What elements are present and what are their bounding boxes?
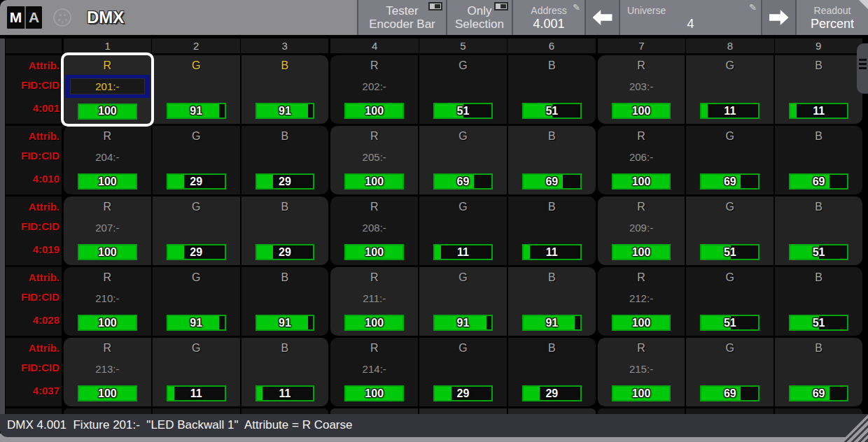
- channel-value-bar[interactable]: 69: [700, 173, 760, 190]
- dmx-channel-cell[interactable]: R204:-100: [64, 126, 151, 194]
- dmx-channel-cell[interactable]: R: [598, 408, 685, 414]
- dmx-channel-cell[interactable]: G11: [151, 338, 240, 406]
- channel-value-bar[interactable]: 91: [167, 315, 226, 331]
- dmx-channel-cell[interactable]: R212:-100: [598, 267, 685, 336]
- channel-value-bar[interactable]: 11: [433, 244, 493, 260]
- dmx-channel-cell[interactable]: B: [507, 408, 596, 414]
- channel-value-bar[interactable]: 100: [78, 173, 137, 190]
- channel-value-bar[interactable]: 69: [789, 173, 848, 190]
- channel-value-bar[interactable]: 69: [433, 173, 493, 190]
- channel-value-bar[interactable]: 100: [78, 315, 137, 331]
- channel-value-bar[interactable]: 11: [700, 103, 760, 119]
- channel-value-bar[interactable]: 100: [344, 103, 404, 119]
- address-field[interactable]: ✎ Address 4.001: [512, 0, 584, 35]
- window-title-area[interactable]: M A DMX: [0, 0, 357, 35]
- channel-value-bar[interactable]: 29: [167, 173, 226, 190]
- dmx-channel-cell[interactable]: B11: [507, 197, 596, 265]
- channel-value-bar[interactable]: 51: [789, 315, 848, 331]
- dmx-channel-cell[interactable]: B: [240, 408, 329, 414]
- channel-value-bar[interactable]: 100: [78, 385, 137, 401]
- dmx-channel-cell[interactable]: R202:-100: [330, 55, 418, 124]
- channel-value-bar[interactable]: 100: [612, 315, 671, 331]
- scroll-grip-icon[interactable]: [857, 43, 868, 94]
- dmx-channel-cell[interactable]: B91: [240, 267, 329, 336]
- dmx-channel-cell[interactable]: B11: [240, 338, 329, 406]
- channel-value-bar[interactable]: 29: [433, 385, 493, 401]
- channel-value-bar[interactable]: 51: [433, 103, 493, 119]
- channel-value-bar[interactable]: 51: [789, 244, 848, 260]
- dmx-channel-cell[interactable]: R215:-100: [598, 338, 685, 406]
- dmx-channel-cell[interactable]: G29: [151, 197, 240, 265]
- dmx-channel-cell[interactable]: R210:-100: [64, 267, 151, 336]
- dmx-channel-cell[interactable]: G29: [151, 126, 240, 194]
- dmx-channel-cell[interactable]: R214:-100: [330, 338, 418, 406]
- channel-value-bar[interactable]: 100: [78, 244, 137, 260]
- channel-value-bar[interactable]: 11: [255, 385, 315, 401]
- dmx-channel-cell[interactable]: G91: [151, 55, 240, 124]
- channel-value-bar[interactable]: 51: [700, 315, 760, 331]
- dmx-channel-cell[interactable]: B11: [774, 55, 862, 124]
- channel-value-bar[interactable]: 100: [344, 315, 404, 331]
- next-universe-button[interactable]: [761, 0, 795, 35]
- dmx-channel-cell[interactable]: B51: [774, 267, 862, 336]
- channel-value-bar[interactable]: 11: [167, 385, 226, 401]
- channel-value-bar[interactable]: 51: [700, 244, 760, 260]
- channel-value-bar[interactable]: 69: [522, 173, 582, 190]
- readout-selector[interactable]: Readout Percent: [795, 0, 868, 35]
- dmx-channel-cell[interactable]: G29: [418, 338, 507, 406]
- dmx-channel-cell[interactable]: B: [774, 408, 862, 414]
- dmx-channel-cell[interactable]: R208:-100: [330, 197, 418, 265]
- channel-value-bar[interactable]: 91: [433, 315, 493, 331]
- channel-value-bar[interactable]: 100: [612, 385, 671, 401]
- dmx-channel-cell[interactable]: R203:-100: [598, 55, 685, 124]
- dmx-channel-cell[interactable]: G: [151, 408, 240, 414]
- channel-value-bar[interactable]: 100: [344, 244, 404, 260]
- dmx-channel-cell[interactable]: G11: [418, 197, 507, 265]
- dmx-channel-cell[interactable]: R205:-100: [330, 126, 418, 194]
- channel-value-bar[interactable]: 91: [167, 103, 226, 119]
- only-selection-button[interactable]: Only Selection: [446, 0, 512, 35]
- dmx-channel-cell[interactable]: B69: [774, 126, 862, 194]
- dmx-channel-cell[interactable]: R209:-100: [598, 197, 685, 265]
- channel-value-bar[interactable]: 11: [522, 244, 582, 260]
- dmx-channel-cell[interactable]: G91: [151, 267, 240, 336]
- channel-value-bar[interactable]: 69: [700, 385, 760, 401]
- dmx-channel-cell[interactable]: B51: [774, 197, 862, 265]
- channel-value-bar[interactable]: 69: [789, 385, 848, 401]
- dmx-channel-cell[interactable]: G11: [685, 55, 774, 124]
- channel-value-bar[interactable]: 11: [789, 103, 848, 119]
- channel-value-bar[interactable]: 51: [522, 103, 582, 119]
- dmx-channel-cell[interactable]: R206:-100: [598, 126, 685, 194]
- channel-value-bar[interactable]: 29: [255, 244, 315, 260]
- dmx-channel-cell[interactable]: G: [418, 408, 507, 414]
- dmx-channel-cell[interactable]: B29: [507, 338, 596, 406]
- dmx-channel-cell[interactable]: B69: [507, 126, 596, 194]
- tester-encoder-bar-button[interactable]: Tester Encoder Bar: [357, 0, 446, 35]
- dmx-channel-cell[interactable]: G91: [418, 267, 507, 336]
- fid-cid-value-selected[interactable]: 201:-: [65, 75, 150, 98]
- dmx-channel-cell[interactable]: R201:-100: [64, 55, 151, 124]
- channel-value-bar[interactable]: 100: [612, 244, 671, 260]
- channel-value-bar[interactable]: 100: [612, 173, 671, 190]
- channel-value-bar[interactable]: 100: [344, 173, 404, 190]
- dmx-channel-cell[interactable]: G51: [685, 267, 774, 336]
- dmx-channel-cell[interactable]: R: [330, 408, 418, 414]
- dmx-channel-cell[interactable]: B29: [240, 197, 329, 265]
- dmx-channel-cell[interactable]: G51: [418, 55, 507, 124]
- channel-value-bar[interactable]: 91: [255, 315, 315, 331]
- dmx-channel-cell[interactable]: G51: [685, 197, 774, 265]
- previous-universe-button[interactable]: [584, 0, 619, 35]
- dmx-channel-cell[interactable]: G69: [685, 338, 774, 406]
- channel-value-bar[interactable]: 91: [522, 315, 582, 331]
- dmx-channel-cell[interactable]: G69: [685, 126, 774, 194]
- dmx-channel-cell[interactable]: B69: [774, 338, 862, 406]
- dmx-channel-cell[interactable]: B91: [240, 55, 329, 124]
- dmx-channel-cell[interactable]: R207:-100: [64, 197, 151, 265]
- dmx-channel-cell[interactable]: B91: [507, 267, 596, 336]
- channel-value-bar[interactable]: 29: [522, 385, 582, 401]
- channel-value-bar[interactable]: 100: [78, 104, 137, 120]
- channel-value-bar[interactable]: 91: [255, 103, 315, 119]
- dmx-channel-cell[interactable]: R211:-100: [330, 267, 418, 336]
- channel-value-bar[interactable]: 29: [167, 244, 226, 260]
- universe-field[interactable]: ✎ Universe 4: [619, 0, 761, 35]
